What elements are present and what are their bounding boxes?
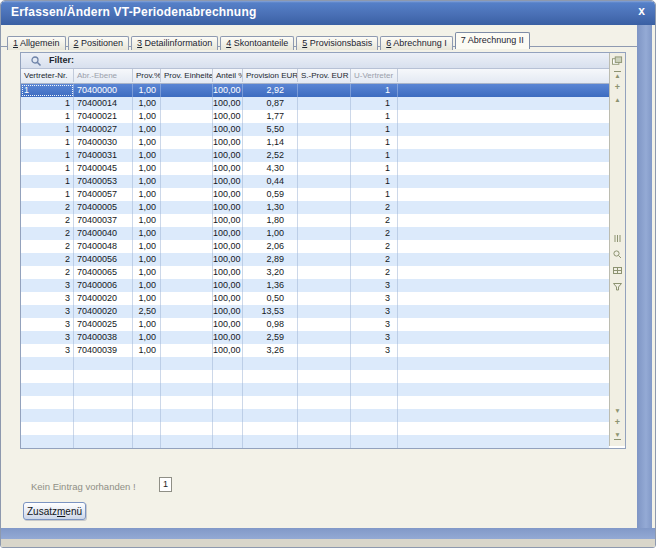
table-row[interactable]: 1704000531,00100,000,441 [21,175,609,188]
column-header-1[interactable]: Vertreter-Nr. [21,69,74,82]
table-row[interactable]: 2704000371,00100,001,802 [21,214,609,227]
column-header-6[interactable]: Provision EUR [243,69,298,82]
grid-cell [21,383,74,396]
table-row-empty [21,435,609,448]
grid-cell: 2 [21,253,74,266]
grid-cell: 1 [21,136,74,149]
table-row[interactable]: 1704000571,00100,000,591 [21,188,609,201]
grid-cell [298,396,351,409]
grid-cell: 3 [21,344,74,357]
grid-cell-filler [398,279,609,292]
tab-2[interactable]: 2 Positionen [68,36,130,50]
column-header-3[interactable]: Prov.% [133,69,161,82]
grid-cell [161,123,213,136]
search-icon[interactable] [611,249,624,260]
table-row[interactable]: 1704000311,00100,002,521 [21,149,609,162]
table-row[interactable]: 3704000201,00100,000,503 [21,292,609,305]
grid-cell [161,214,213,227]
table-row[interactable]: 2704000051,00100,001,302 [21,201,609,214]
grid-cell: 2 [21,201,74,214]
grid-cell: 0,98 [243,318,298,331]
table-row[interactable]: 3704000381,00100,002,593 [21,331,609,344]
grid-cell: 2,50 [133,305,161,318]
table-row[interactable]: 1704000211,00100,001,771 [21,110,609,123]
table-row[interactable]: 3704000202,50100,0013,533 [21,305,609,318]
table-row-empty [21,396,609,409]
grid-cell: 4,30 [243,162,298,175]
zusatzmenu-button[interactable]: Zusatzmenü [23,502,86,520]
table-row[interactable]: 1704000271,00100,005,501 [21,123,609,136]
grid-cell [213,370,243,383]
table-row[interactable]: 3704000061,00100,001,363 [21,279,609,292]
grid-cell: 1,77 [243,110,298,123]
column-header-2[interactable]: Abr.-Ebene [74,69,133,82]
table-row[interactable]: 3704000391,00100,003,263 [21,344,609,357]
column-header-8[interactable]: U-Vertreter [351,69,398,82]
grid-cell: 1,00 [133,240,161,253]
grid-cell: 1 [351,136,398,149]
window-frame-bottom-edge [1,539,655,547]
grid-cell: 1,00 [133,344,161,357]
grid-cell-filler [398,383,609,396]
table-row[interactable]: 1704000301,00100,001,141 [21,136,609,149]
grid-cell [161,331,213,344]
table-row[interactable]: 1704000451,00100,004,301 [21,162,609,175]
table-row-empty [21,383,609,396]
table-row[interactable]: 2704000651,00100,003,202 [21,266,609,279]
column-chooser-icon[interactable] [611,56,624,67]
tab-4[interactable]: 4 Skontoanteile [220,36,294,50]
table-icon[interactable] [611,265,624,276]
grid-cell-filler [398,292,609,305]
view-columns-icon[interactable] [611,233,624,244]
grid-cell [161,227,213,240]
grid-cell: 2 [351,266,398,279]
scroll-top-icon[interactable]: ▲ [611,70,624,81]
grid-cell-filler [398,357,609,370]
table-row-empty [21,422,609,435]
grid-cell: 1 [351,97,398,110]
grid-cell: 1,14 [243,136,298,149]
grid-cell: 2 [21,214,74,227]
scroll-down-icon[interactable]: ▼ [611,405,624,416]
grid-cell [161,435,213,448]
grid-cell: 3 [351,292,398,305]
grid-cell: 1 [21,162,74,175]
tab-1[interactable]: 1 Allgemein [7,36,66,50]
grid-cell: 100,00 [213,162,243,175]
tab-5[interactable]: 5 Provisionsbasis [296,36,378,50]
grid-cell: 0,59 [243,188,298,201]
filter-bar[interactable]: Filter: [21,53,610,69]
scroll-up-icon[interactable]: ▲ [611,94,624,105]
grid-cell [161,344,213,357]
window-frame-right [637,25,652,531]
scroll-down-page-icon[interactable]: + [611,417,624,428]
grid-cell-filler [398,344,609,357]
column-header-5[interactable]: Anteil % [213,69,243,82]
column-header-7[interactable]: S.-Prov. EUR [298,69,351,82]
grid-cell: 1 [21,84,74,97]
tab-7[interactable]: 7 Abrechnung II [455,32,530,49]
grid-cell [298,149,351,162]
column-header-4[interactable]: Prov. Einheiten [161,69,213,82]
tab-3[interactable]: 3 Detailinformation [131,36,218,50]
filter-funnel-icon[interactable] [611,281,624,292]
grid-cell [351,383,398,396]
scroll-up-page-icon[interactable]: + [611,82,624,93]
scroll-bottom-icon[interactable]: ▼ [611,429,624,440]
grid-cell-filler [398,110,609,123]
window-titlebar[interactable]: Erfassen/Ändern VT-Periodenabrechnung x [1,1,655,25]
table-row[interactable]: 2704000561,00100,002,892 [21,253,609,266]
table-row[interactable]: 1704000141,00100,000,871 [21,97,609,110]
grid-cell [161,266,213,279]
table-row[interactable]: 3704000251,00100,000,983 [21,318,609,331]
grid-cell [161,357,213,370]
grid-cell: 1 [21,188,74,201]
table-row[interactable]: 1704000001,00100,002,921 [21,84,609,97]
grid-cell: 1,00 [243,227,298,240]
table-row[interactable]: 2704000481,00100,002,062 [21,240,609,253]
close-button[interactable]: x [638,4,645,18]
tab-6[interactable]: 6 Abrechnung I [380,36,453,50]
table-row[interactable]: 2704000401,00100,001,002 [21,227,609,240]
grid-cell: 3 [21,318,74,331]
grid-cell [74,370,133,383]
